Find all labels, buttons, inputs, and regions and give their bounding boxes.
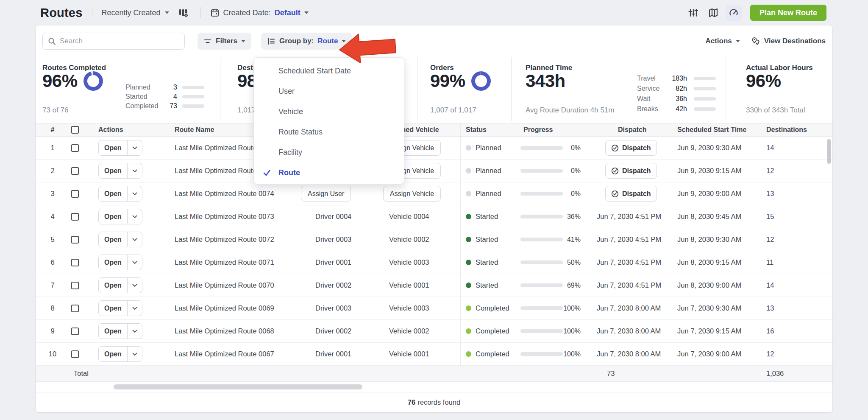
chevron-down-icon <box>736 40 740 42</box>
scheduled-start-time: Jun 8, 2030 9:00 AM <box>671 281 760 289</box>
group-by-menu-item[interactable]: Vehicle <box>254 101 404 122</box>
chevron-down-icon[interactable] <box>127 255 142 270</box>
total-label: Total <box>74 370 89 378</box>
dispatch-button[interactable]: Dispatch <box>605 163 657 179</box>
vertical-scrollbar-thumb[interactable] <box>827 139 831 164</box>
dispatch-time: Jun 7, 2030 4:51 PM <box>597 235 661 243</box>
search-box[interactable] <box>42 33 185 50</box>
check-circle-icon <box>611 144 619 152</box>
group-by-menu-item[interactable]: Route <box>254 162 404 183</box>
table-row[interactable]: 4 Open Last Mile Optimized Route 0073 Dr… <box>36 205 832 228</box>
menu-item-label: Vehicle <box>278 107 303 116</box>
dispatch-button[interactable]: Dispatch <box>605 140 657 156</box>
chevron-down-icon[interactable] <box>127 347 142 361</box>
select-all-checkbox[interactable] <box>71 126 79 134</box>
open-button-label: Open <box>99 140 127 155</box>
map-view-button[interactable] <box>705 5 721 21</box>
table-header-row: # Actions Route Name Assigned User Assig… <box>36 123 832 137</box>
breakdown-row: Travel 183h <box>637 73 718 84</box>
chevron-down-icon[interactable] <box>127 186 142 201</box>
row-checkbox[interactable] <box>71 350 79 358</box>
row-checkbox[interactable] <box>71 305 79 312</box>
table-row[interactable]: 1 Open Last Mile Optimized Route 0076 As… <box>36 137 832 160</box>
row-checkbox[interactable] <box>71 259 79 266</box>
table-row[interactable]: 8 Open Last Mile Optimized Route 0069 Dr… <box>36 297 832 320</box>
table-row[interactable]: 9 Open Last Mile Optimized Route 0068 Dr… <box>36 320 832 343</box>
progress-bar <box>520 283 563 287</box>
table-row[interactable]: 10 Open Last Mile Optimized Route 0067 D… <box>36 343 832 366</box>
sort-dropdown[interactable]: Recently Created <box>102 8 169 17</box>
assign-vehicle-button[interactable]: Assign Vehicle <box>383 186 441 202</box>
open-button[interactable]: Open <box>98 300 142 316</box>
horizontal-scrollbar-thumb[interactable] <box>114 384 362 389</box>
column-settings-button[interactable] <box>175 5 191 21</box>
status-label: Completed <box>476 327 509 335</box>
actions-button[interactable]: Actions <box>705 37 740 45</box>
table-row[interactable]: 5 Open Last Mile Optimized Route 0072 Dr… <box>36 228 832 251</box>
row-checkbox[interactable] <box>71 236 79 244</box>
open-button[interactable]: Open <box>98 140 142 156</box>
row-checkbox[interactable] <box>71 328 79 335</box>
status-label: Started <box>476 235 498 244</box>
status-dot <box>466 168 471 174</box>
table-row[interactable]: 2 Open Last Mile Optimized Route 0075 As… <box>36 160 832 182</box>
scheduled-start-time: Jun 7, 2030 9:15 AM <box>671 327 760 335</box>
kpi-subtext: 1,017 <box>237 106 256 115</box>
group-by-menu-item[interactable]: Route Status <box>254 122 404 142</box>
open-button[interactable]: Open <box>98 186 142 202</box>
status-label: Planned <box>476 190 501 198</box>
chevron-down-icon[interactable] <box>127 301 142 316</box>
chevron-down-icon[interactable] <box>127 163 142 178</box>
breakdown-bar <box>694 77 716 80</box>
chevron-down-icon[interactable] <box>127 278 142 293</box>
group-by-menu-item[interactable]: User <box>254 81 404 101</box>
column-header-progress: Progress <box>519 126 597 134</box>
progress-label: 0% <box>563 167 581 175</box>
chevron-down-icon[interactable] <box>127 232 142 247</box>
assigned-vehicle: Vehicle 0002 <box>376 235 429 243</box>
chevron-down-icon[interactable] <box>127 209 142 224</box>
scheduled-start-time: Jun 9, 2030 9:00 AM <box>671 190 760 198</box>
dashboard-view-button[interactable] <box>726 5 742 21</box>
sort-dropdown-label: Recently Created <box>102 8 161 17</box>
row-checkbox[interactable] <box>71 190 79 198</box>
row-checkbox[interactable] <box>71 167 79 175</box>
table-row[interactable]: 3 Open Last Mile Optimized Route 0074 As… <box>36 182 832 205</box>
menu-item-label: Route Status <box>278 128 323 137</box>
chevron-down-icon[interactable] <box>127 140 142 155</box>
open-button[interactable]: Open <box>98 346 142 362</box>
total-dispatched: 73 <box>607 370 615 378</box>
progress-bar <box>520 215 563 218</box>
progress-label: 36% <box>563 213 581 221</box>
row-checkbox[interactable] <box>71 282 79 289</box>
open-button[interactable]: Open <box>98 277 142 293</box>
open-button[interactable]: Open <box>98 255 142 270</box>
calendar-icon <box>210 8 220 17</box>
open-button[interactable]: Open <box>98 209 142 224</box>
created-date-filter[interactable]: Created Date: Default <box>210 8 309 17</box>
table-row[interactable]: 6 Open Last Mile Optimized Route 0071 Dr… <box>36 251 832 274</box>
filters-button[interactable]: Filters <box>198 33 251 50</box>
progress-cell: 100% <box>519 350 597 358</box>
chevron-down-icon[interactable] <box>127 324 142 339</box>
plan-new-route-button[interactable]: Plan New Route <box>750 5 826 21</box>
row-checkbox[interactable] <box>71 144 79 152</box>
group-by-menu-item[interactable]: Scheduled Start Date <box>254 61 404 81</box>
breakdown-bar <box>694 97 716 101</box>
group-by-menu-item[interactable]: Facility <box>254 142 404 162</box>
open-button[interactable]: Open <box>98 232 142 247</box>
progress-label: 69% <box>563 282 581 289</box>
display-settings-button[interactable] <box>685 5 701 21</box>
assign-user-button[interactable]: Assign User <box>301 186 351 202</box>
chevron-down-icon <box>241 40 245 42</box>
group-by-button[interactable]: Group by: Route <box>261 33 352 50</box>
scheduled-start-time: Jun 8, 2030 9:15 AM <box>671 258 760 266</box>
open-button[interactable]: Open <box>98 323 142 339</box>
view-destinations-button[interactable]: View Destinations <box>751 36 826 46</box>
search-input[interactable] <box>60 37 179 45</box>
open-button[interactable]: Open <box>98 163 142 179</box>
row-checkbox[interactable] <box>71 213 79 221</box>
dispatch-button[interactable]: Dispatch <box>605 186 657 202</box>
table-row[interactable]: 7 Open Last Mile Optimized Route 0070 Dr… <box>36 274 832 297</box>
menu-item-label: Scheduled Start Date <box>278 67 351 76</box>
